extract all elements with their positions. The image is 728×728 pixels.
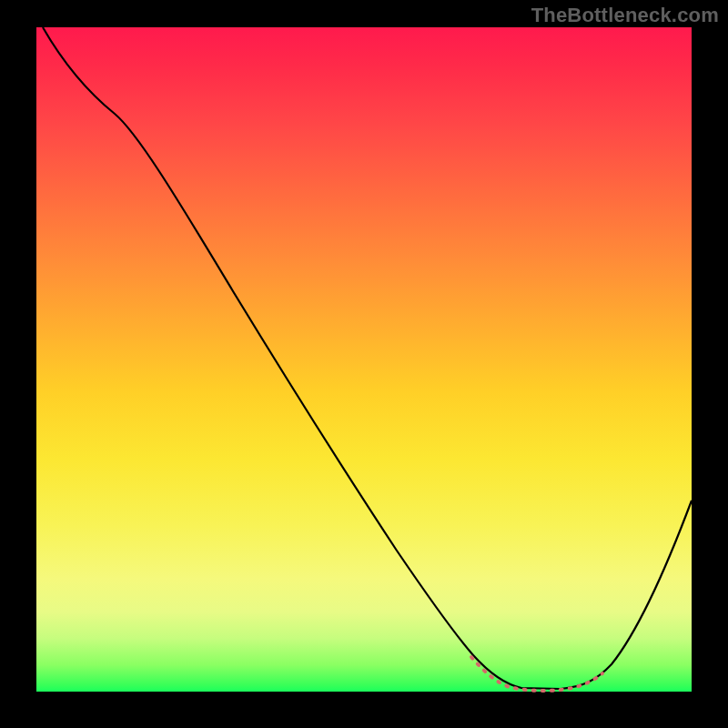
curve-svg bbox=[36, 27, 692, 692]
plot-area bbox=[36, 27, 692, 692]
chart-frame: TheBottleneck.com bbox=[0, 0, 728, 728]
bottleneck-curve bbox=[43, 27, 692, 689]
watermark-text: TheBottleneck.com bbox=[531, 4, 719, 27]
optimal-range-marker bbox=[471, 657, 602, 691]
